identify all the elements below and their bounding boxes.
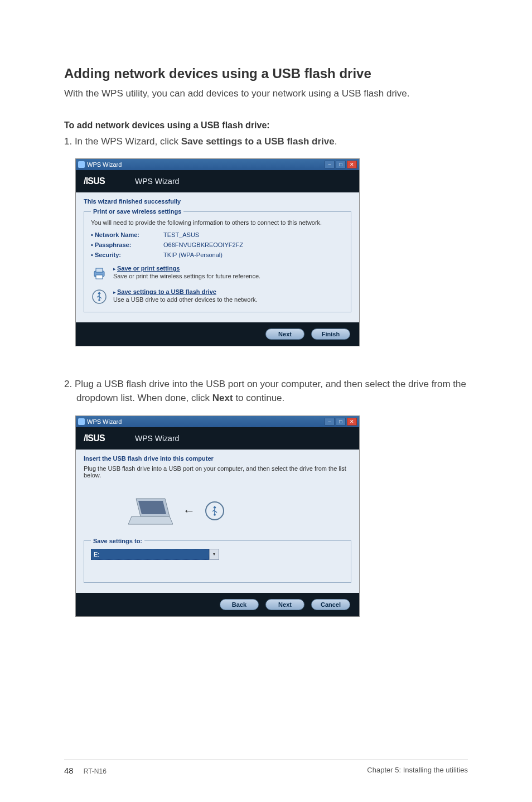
drive-dropdown[interactable]: E: ▾ <box>91 549 219 560</box>
svg-point-5 <box>98 299 100 302</box>
finish-button[interactable]: Finish <box>311 328 350 340</box>
step-2-bold: Next <box>212 393 233 403</box>
svg-point-10 <box>214 514 216 516</box>
svg-rect-2 <box>96 268 103 272</box>
minimize-button[interactable]: – <box>325 418 335 426</box>
app-icon <box>78 161 85 168</box>
row-passphrase: • Passphrase: O66FNVUGBKREOOIYF2FZ <box>91 241 344 248</box>
intro-text: With the WPS utility, you can add device… <box>64 87 468 100</box>
laptop-icon <box>128 494 173 528</box>
action-save-usb: ▸Save settings to a USB flash drive Use … <box>91 288 344 305</box>
section-title: Adding network devices using a USB flash… <box>64 66 468 81</box>
titlebar: WPS Wizard – □ ✕ <box>76 416 359 427</box>
desc-save-print: Save or print the wireless settings for … <box>113 273 260 279</box>
link-save-print[interactable]: Save or print settings <box>117 265 180 272</box>
close-button[interactable]: ✕ <box>347 418 357 426</box>
cancel-button[interactable]: Cancel <box>311 599 350 610</box>
caret-icon: ▸ <box>113 266 116 272</box>
printer-icon <box>91 265 108 282</box>
row-network-name: • Network Name: TEST_ASUS <box>91 231 344 238</box>
model-name: RT-N16 <box>84 767 107 775</box>
action-save-print: ▸Save or print settings Save or print th… <box>91 265 344 282</box>
arrow-left-icon: ← <box>183 504 195 518</box>
asus-logo: /ISUS <box>84 175 128 188</box>
row-security: • Security: TKIP (WPA-Personal) <box>91 252 344 258</box>
screenshot-1-window: WPS Wizard – □ ✕ /ISUS WPS Wizard This w… <box>75 158 360 346</box>
screenshot-2-window: WPS Wizard – □ ✕ /ISUS WPS Wizard Insert… <box>75 416 360 617</box>
svg-marker-9 <box>128 516 173 524</box>
value-network-name: TEST_ASUS <box>163 231 199 238</box>
page-number: 48 <box>64 766 74 775</box>
asus-logo: /ISUS <box>84 432 128 445</box>
chapter-label: Chapter 5: Installing the utilities <box>367 766 468 775</box>
next-button[interactable]: Next <box>265 599 304 610</box>
chevron-down-icon[interactable]: ▾ <box>209 549 219 560</box>
window-title: WPS Wizard <box>87 161 122 168</box>
label-network-name: • Network Name: <box>91 231 163 238</box>
value-passphrase: O66FNVUGBKREOOIYF2FZ <box>163 241 243 248</box>
step-1-prefix: 1. In the WPS Wizard, click <box>64 136 181 147</box>
step-2: 2. Plug a USB flash drive into the USB p… <box>64 378 468 405</box>
brand-bar: /ISUS WPS Wizard <box>76 427 359 450</box>
subheading: To add network devices using a USB flash… <box>64 120 468 131</box>
settings-group: Print or save wireless settings You will… <box>84 208 351 312</box>
link-save-usb[interactable]: Save settings to a USB flash drive <box>117 288 216 295</box>
svg-marker-8 <box>138 501 166 514</box>
content-area: Insert the USB flash drive into this com… <box>76 450 359 593</box>
next-button[interactable]: Next <box>265 328 304 340</box>
step-1-bold: Save settings to a USB flash drive <box>181 136 335 147</box>
save-to-group: Save settings to: E: ▾ <box>84 538 351 583</box>
svg-text:/ISUS: /ISUS <box>84 433 105 443</box>
minimize-button[interactable]: – <box>325 161 335 168</box>
drive-selected: E: <box>91 549 209 560</box>
step-1: 1. In the WPS Wizard, click Save setting… <box>64 135 468 149</box>
wizard-status: This wizard finished successfully <box>84 198 351 205</box>
close-button[interactable]: ✕ <box>347 161 357 168</box>
illustration: ← <box>84 484 351 538</box>
window-title: WPS Wizard <box>87 418 122 425</box>
caret-icon: ▸ <box>113 289 116 295</box>
app-icon <box>78 418 85 425</box>
titlebar: WPS Wizard – □ ✕ <box>76 159 359 170</box>
instruction-text: Plug the USB flash drive into a USB port… <box>84 465 351 479</box>
maximize-button[interactable]: □ <box>336 161 346 168</box>
brand-title: WPS Wizard <box>135 177 179 186</box>
group-legend: Print or save wireless settings <box>91 208 183 215</box>
step-1-suffix: . <box>335 136 337 147</box>
button-bar: Back Next Cancel <box>76 593 359 616</box>
content-area: This wizard finished successfully Print … <box>76 192 359 322</box>
svg-text:/ISUS: /ISUS <box>84 176 105 186</box>
label-passphrase: • Passphrase: <box>91 241 163 248</box>
group-legend: Save settings to: <box>91 538 144 544</box>
button-bar: Next Finish <box>76 322 359 346</box>
desc-save-usb: Use a USB drive to add other devices to … <box>113 296 258 303</box>
page-footer: 48 RT-N16 Chapter 5: Installing the util… <box>0 760 532 775</box>
usb-icon <box>205 501 224 520</box>
value-security: TKIP (WPA-Personal) <box>163 252 223 258</box>
wizard-heading: Insert the USB flash drive into this com… <box>84 455 351 462</box>
maximize-button[interactable]: □ <box>336 418 346 426</box>
usb-icon <box>91 288 108 305</box>
brand-title: WPS Wizard <box>135 434 179 443</box>
step-2-suffix: to continue. <box>233 393 285 403</box>
label-security: • Security: <box>91 252 163 258</box>
brand-bar: /ISUS WPS Wizard <box>76 170 359 192</box>
back-button[interactable]: Back <box>220 599 259 610</box>
svg-rect-3 <box>96 275 103 279</box>
group-hint: You will need to provide the following i… <box>91 219 344 226</box>
